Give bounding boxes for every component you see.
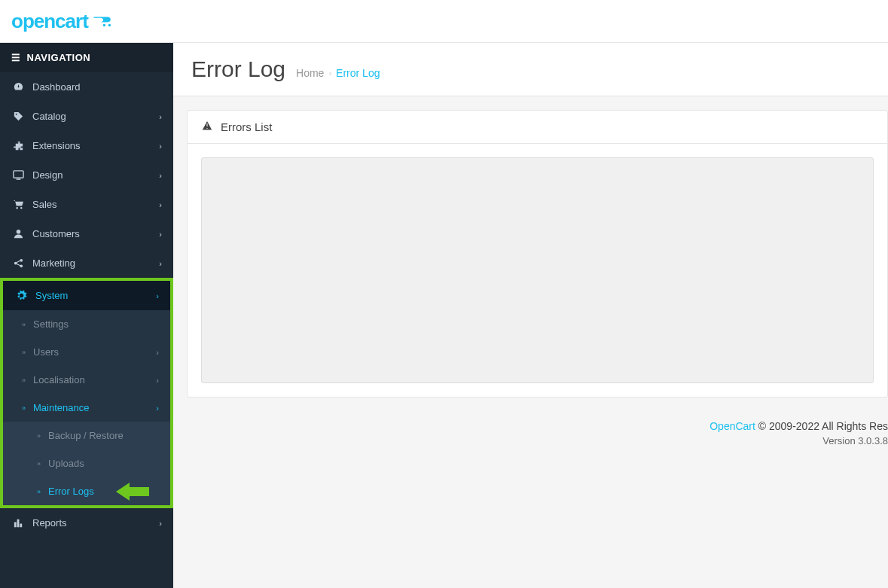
menu-label: Dashboard <box>32 81 81 93</box>
highlight-box: System › » Settings » Users › » Localisa… <box>0 278 173 508</box>
chevron-right-icon: › <box>159 519 162 528</box>
chevron-right-icon: › <box>156 404 159 413</box>
sidebar-item-system[interactable]: System › <box>3 281 170 310</box>
svg-point-4 <box>20 207 22 209</box>
svg-point-1 <box>108 24 111 26</box>
breadcrumb-current[interactable]: Error Log <box>336 67 380 79</box>
warning-icon <box>201 120 213 134</box>
gear-icon <box>14 290 28 301</box>
submenu-localisation[interactable]: » Localisation › <box>3 366 170 394</box>
svg-point-0 <box>102 24 105 26</box>
subsub-backup-restore[interactable]: » Backup / Restore <box>3 422 170 449</box>
logo[interactable]: opencart <box>11 10 114 33</box>
menu-label: Catalog <box>32 111 66 122</box>
sidebar-item-marketing[interactable]: Marketing › <box>0 248 173 278</box>
submenu-users[interactable]: » Users › <box>3 338 170 366</box>
subsub-label: Error Logs <box>48 486 94 497</box>
tag-icon <box>11 111 25 122</box>
menu-label: Sales <box>32 199 57 210</box>
logo-text: opencart <box>11 10 88 33</box>
submenu-label: Localisation <box>33 374 85 385</box>
footer-copyright: © 2009-2022 All Rights Res <box>755 420 888 432</box>
sidebar-item-catalog[interactable]: Catalog › <box>0 102 173 131</box>
svg-point-5 <box>16 230 20 234</box>
monitor-icon <box>11 169 25 181</box>
sidebar-item-customers[interactable]: Customers › <box>0 219 173 248</box>
dashboard-icon <box>11 81 25 93</box>
page-title: Error Log <box>191 56 285 82</box>
header: opencart <box>0 0 888 43</box>
submenu-label: Users <box>33 346 59 358</box>
sidebar: ☰ NAVIGATION Dashboard Catalog › <box>0 43 173 588</box>
log-output[interactable] <box>201 157 874 383</box>
panel-title: Errors List <box>221 120 272 133</box>
svg-point-3 <box>16 207 17 209</box>
menu-label: Reports <box>32 517 67 529</box>
cart-icon <box>93 13 114 29</box>
angle-double-right-icon: » <box>22 404 26 412</box>
subsub-label: Uploads <box>48 458 84 469</box>
menu-icon: ☰ <box>11 52 21 63</box>
chevron-right-icon: › <box>156 291 159 300</box>
cart-icon <box>11 199 25 210</box>
nav-label: NAVIGATION <box>27 52 91 63</box>
share-icon <box>11 257 25 269</box>
chevron-right-icon: › <box>159 171 162 180</box>
menu-label: Customers <box>32 228 80 239</box>
subsub-error-logs[interactable]: » Error Logs <box>3 477 170 505</box>
sidebar-item-design[interactable]: Design › <box>0 160 173 190</box>
panel-header: Errors List <box>188 111 887 144</box>
menu-label: Design <box>32 169 63 181</box>
menu-label: System <box>35 290 68 301</box>
angle-double-right-icon: » <box>37 460 41 468</box>
svg-rect-2 <box>13 171 23 178</box>
user-icon <box>11 228 25 239</box>
svg-point-7 <box>20 259 23 262</box>
submenu-maintenance[interactable]: » Maintenance › <box>3 394 170 422</box>
footer-version: Version 3.0.3.8 <box>187 435 888 446</box>
chevron-right-icon: › <box>159 112 162 121</box>
chevron-right-icon: › <box>159 142 162 151</box>
footer: OpenCart © 2009-2022 All Rights Res Vers… <box>187 398 888 454</box>
errors-panel: Errors List <box>187 110 888 398</box>
chevron-right-icon: › <box>159 259 162 268</box>
sidebar-item-dashboard[interactable]: Dashboard <box>0 72 173 102</box>
chevron-right-icon: › <box>159 200 162 209</box>
submenu-label: Settings <box>33 318 69 330</box>
chevron-right-icon: › <box>156 376 159 385</box>
sidebar-item-sales[interactable]: Sales › <box>0 190 173 219</box>
page-header: Error Log Home › Error Log <box>173 43 888 96</box>
subsub-label: Backup / Restore <box>48 430 124 441</box>
pointer-arrow-icon <box>116 483 149 501</box>
submenu-settings[interactable]: » Settings <box>3 310 170 338</box>
nav-header: ☰ NAVIGATION <box>0 43 173 72</box>
main-content: Error Log Home › Error Log Errors List <box>173 43 888 588</box>
chart-icon <box>11 517 25 529</box>
breadcrumb-home[interactable]: Home <box>296 67 324 79</box>
breadcrumb-separator: › <box>328 69 331 78</box>
angle-double-right-icon: » <box>37 488 41 495</box>
footer-link[interactable]: OpenCart <box>709 420 755 432</box>
chevron-right-icon: › <box>159 230 162 239</box>
menu-label: Marketing <box>32 257 75 269</box>
angle-double-right-icon: » <box>22 376 26 384</box>
chevron-right-icon: › <box>156 348 159 357</box>
svg-point-8 <box>20 264 23 267</box>
angle-double-right-icon: » <box>37 432 41 440</box>
puzzle-icon <box>11 140 25 151</box>
subsub-uploads[interactable]: » Uploads <box>3 449 170 477</box>
angle-double-right-icon: » <box>22 321 26 328</box>
menu-label: Extensions <box>32 140 81 151</box>
breadcrumb: Home › Error Log <box>296 67 380 79</box>
sidebar-item-extensions[interactable]: Extensions › <box>0 131 173 160</box>
angle-double-right-icon: » <box>22 349 26 356</box>
submenu-label: Maintenance <box>33 402 89 413</box>
sidebar-item-reports[interactable]: Reports › <box>0 508 173 538</box>
